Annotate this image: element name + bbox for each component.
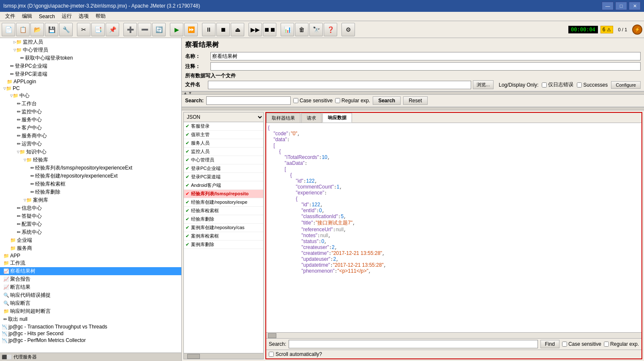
- tree-item-PC[interactable]: ▽ 📁 PC: [0, 85, 181, 92]
- menu-help[interactable]: 帮助: [92, 12, 109, 21]
- shutdown-button[interactable]: ⏏: [231, 23, 244, 36]
- tree-item-dengluPC-qiye[interactable]: ✏ 登录PC企业端: [0, 62, 181, 70]
- format-select[interactable]: JSON Text XML HTML: [184, 112, 263, 122]
- tree-item-fuwushang-zhongxin[interactable]: ✏ 服务商中心: [0, 132, 181, 140]
- template-button[interactable]: 📋: [16, 23, 30, 36]
- regular-exp-label[interactable]: Regular exp.: [335, 98, 370, 104]
- result-item-zhiban[interactable]: ✔ 值班主管: [184, 131, 263, 139]
- find-button[interactable]: Find: [540, 340, 559, 348]
- result-item-denglu-qudao[interactable]: ✔ 登录PC渠道端: [184, 173, 263, 181]
- browse-button[interactable]: 浏览...: [473, 80, 494, 89]
- result-item-android[interactable]: ✔ Android客户端: [184, 181, 263, 190]
- tree-item-jingyanku[interactable]: ▽ 📁 经验库: [0, 156, 181, 164]
- save-service-button[interactable]: 🔧: [59, 23, 73, 36]
- result-item-jingyanku-search-r[interactable]: ✔ 经验库检索框: [184, 207, 263, 215]
- tree-item-xinxi-zhongxin[interactable]: ✏ 信息中心: [0, 204, 181, 212]
- case-sensitive-label[interactable]: Case sensitive: [293, 98, 333, 104]
- tree-view[interactable]: ▷ 📁 监控人员 ▽ 📁 中心管理员 ✏ 获取中心端登录token: [0, 38, 181, 353]
- tree-item-zhongxinGLY[interactable]: ▽ 📁 中心管理员: [0, 46, 181, 54]
- search-button[interactable]: Search: [373, 96, 401, 105]
- scroll-auto-label[interactable]: Scroll automatically?: [269, 351, 322, 357]
- tree-item-juhe-baogao[interactable]: 📈 聚合报告: [0, 275, 181, 283]
- hscroll-thumb[interactable]: [187, 354, 200, 359]
- tree-item-peizhi-zhongxin[interactable]: ✏ 配置中心: [0, 220, 181, 228]
- toggle-button[interactable]: 🔄: [152, 23, 166, 36]
- tree-item-gongzuoliu[interactable]: 📁 工作流: [0, 259, 181, 267]
- tree-item-fuwu-zhongxin[interactable]: ✏ 服务中心: [0, 116, 181, 124]
- save-button[interactable]: 💾: [45, 23, 58, 36]
- tree-item-xitong-zhongxin[interactable]: ✏ 系统中心: [0, 228, 181, 236]
- tree-item-jp-perfmon[interactable]: 📉 jp@gc - PerfMon Metrics Collector: [0, 337, 181, 344]
- menu-search[interactable]: Search: [35, 13, 58, 20]
- tree-item-dengluPC-qudao[interactable]: ✏ 登录PC渠道端: [0, 70, 181, 78]
- tree-item-get-null[interactable]: ✏ 取出 null: [0, 315, 181, 323]
- result-item-anli-delete[interactable]: ✔ 案例库删除: [184, 241, 263, 249]
- result-item-kefu[interactable]: ✔ 客服登录: [184, 122, 263, 131]
- settings-button[interactable]: ⚙: [341, 23, 355, 36]
- remote-stop-button[interactable]: ⏹⏹: [263, 23, 276, 36]
- bottom-regular-exp-checkbox[interactable]: [604, 342, 609, 347]
- stop-button[interactable]: ⏹: [216, 23, 230, 36]
- successes-checkbox[interactable]: [577, 82, 582, 88]
- tree-item-jingyanku-create[interactable]: ✏ 经验库创建/repository/experienceExt: [0, 172, 181, 180]
- log-errors-checkbox[interactable]: [542, 82, 547, 88]
- run-no-pause-button[interactable]: ⏩: [184, 23, 198, 36]
- search-input[interactable]: [206, 96, 291, 105]
- tree-item-zhishi-zhongxin[interactable]: ▽ 📁 知识中心: [0, 148, 181, 156]
- paste-button[interactable]: 📌: [106, 23, 119, 36]
- collapse-button[interactable]: ➖: [138, 23, 151, 36]
- result-list-hscroll[interactable]: [184, 353, 263, 359]
- bottom-case-sensitive-label[interactable]: Case sensitive: [562, 341, 601, 347]
- result-item-fuwu-renyuan[interactable]: ✔ 服务人员: [184, 139, 263, 148]
- comment-input[interactable]: [210, 62, 641, 71]
- file-input[interactable]: [208, 81, 471, 89]
- tree-item-applogin[interactable]: 📁 APPLogin: [0, 78, 181, 85]
- tree-item-yunyingzhongxin[interactable]: ✏ 运营中心: [0, 140, 181, 148]
- tree-item-chakan-jieguo-shu[interactable]: 📈 察看结果树: [0, 267, 181, 275]
- tree-item-jingyanku-delete[interactable]: ✏ 经验库删除: [0, 188, 181, 196]
- result-item-jingyanku-delete-r[interactable]: ✔ 经验库删除: [184, 215, 263, 224]
- clear-all-button[interactable]: 🔭: [309, 23, 323, 36]
- reset-button[interactable]: Reset: [403, 96, 427, 105]
- menu-file[interactable]: 文件: [2, 12, 19, 21]
- tree-item-response-code-error[interactable]: 🔍 响应代码错误捕捉: [0, 291, 181, 299]
- copy-button[interactable]: 📑: [91, 23, 105, 36]
- run-button[interactable]: ▶: [170, 23, 183, 36]
- expand-button[interactable]: ➕: [123, 23, 137, 36]
- regular-exp-checkbox[interactable]: [335, 98, 340, 103]
- tab-response-data[interactable]: 响应数据: [322, 113, 352, 123]
- result-item-denglu-qiye[interactable]: ✔ 登录PC企业端: [184, 164, 263, 173]
- menu-options[interactable]: 选项: [75, 12, 92, 21]
- tree-item-gongtai[interactable]: ✏ 工作台: [0, 100, 181, 108]
- configure-button[interactable]: Configure: [611, 81, 641, 89]
- tree-item-jiankong-zhongxin[interactable]: ✏ 监控中心: [0, 108, 181, 116]
- minimize-button[interactable]: —: [602, 2, 614, 10]
- tree-item-APP[interactable]: 📁 APP: [0, 252, 181, 259]
- scroll-auto-checkbox[interactable]: [269, 352, 274, 357]
- menu-edit[interactable]: 编辑: [19, 12, 35, 21]
- tree-item-jingyanku-list[interactable]: ✏ 经验库列表/lsmsp/repository/experienceExt: [0, 164, 181, 172]
- menu-run[interactable]: 运行: [58, 12, 75, 21]
- tree-item-qiyeduan[interactable]: 📁 企业端: [0, 236, 181, 244]
- new-button[interactable]: 📄: [2, 23, 15, 36]
- function-helper-button[interactable]: 📊: [281, 23, 294, 36]
- bottom-case-sensitive-checkbox[interactable]: [562, 342, 567, 347]
- tab-request[interactable]: 请求: [301, 113, 322, 123]
- result-item-anli-create[interactable]: ✔ 案例库创建/repository/cas: [184, 224, 263, 232]
- json-hscroll[interactable]: [266, 332, 641, 338]
- bottom-regular-exp-label[interactable]: Regular exp.: [604, 341, 639, 347]
- tree-item-jiankongRenyuan[interactable]: ▷ 📁 监控人员: [0, 38, 181, 46]
- close-button[interactable]: ✕: [629, 2, 641, 10]
- name-input[interactable]: [210, 52, 641, 60]
- help-button[interactable]: ❓: [324, 23, 337, 36]
- tree-item-duanyan-jieguo[interactable]: 📈 断言结果: [0, 283, 181, 291]
- json-hscroll-thumb[interactable]: [268, 333, 276, 338]
- result-item-jingyanku-create-r[interactable]: ✔ 经验库创建/repository/expe: [184, 198, 263, 207]
- tree-item-response-assertion[interactable]: 🔍 响应断言: [0, 299, 181, 307]
- tree-item-fuwushang[interactable]: 📁 服务商: [0, 244, 181, 252]
- tree-item-response-time-assertion[interactable]: 📁 响应时间超时断言: [0, 307, 181, 315]
- cut-button[interactable]: ✂: [77, 23, 90, 36]
- tree-item-kehu-zhongxin[interactable]: ✏ 客户中心: [0, 124, 181, 132]
- maximize-button[interactable]: □: [615, 2, 627, 10]
- tree-item-zhongxin[interactable]: ▽ 📁 中心: [0, 92, 181, 100]
